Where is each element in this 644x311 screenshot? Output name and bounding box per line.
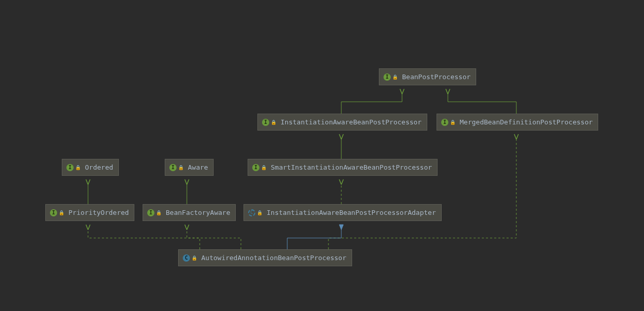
node-label: Ordered (85, 163, 113, 171)
node-ordered[interactable]: I🔒 Ordered (62, 159, 119, 176)
interface-icon: I🔒 (384, 74, 398, 81)
diagram-canvas: I🔒 BeanPostProcessor I🔒 InstantiationAwa… (0, 0, 644, 311)
node-smart-instantiation-aware-bpp[interactable]: I🔒 SmartInstantiationAwareBeanPostProces… (248, 159, 438, 176)
node-label: InstantiationAwareBeanPostProcessor (281, 118, 422, 126)
interface-icon: I🔒 (262, 119, 276, 126)
node-label: InstantiationAwareBeanPostProcessorAdapt… (267, 209, 436, 216)
node-label: BeanFactoryAware (166, 209, 230, 216)
node-priority-ordered[interactable]: I🔒 PriorityOrdered (45, 204, 134, 221)
interface-icon: I🔒 (441, 119, 456, 126)
class-icon: C🔒 (183, 254, 197, 262)
node-instantiation-aware-bpp-adapter[interactable]: C🔒 InstantiationAwareBeanPostProcessorAd… (243, 204, 442, 221)
node-bean-factory-aware[interactable]: I🔒 BeanFactoryAware (143, 204, 236, 221)
node-instantiation-aware-bpp[interactable]: I🔒 InstantiationAwareBeanPostProcessor (257, 114, 427, 131)
abstract-class-icon: C🔒 (248, 209, 263, 216)
node-autowired-annotation-bpp[interactable]: C🔒 AutowiredAnnotationBeanPostProcessor (178, 249, 352, 266)
node-label: SmartInstantiationAwareBeanPostProcessor (271, 163, 432, 171)
interface-icon: I🔒 (147, 209, 162, 216)
node-label: BeanPostProcessor (402, 73, 471, 81)
node-aware[interactable]: I🔒 Aware (165, 159, 214, 176)
node-merged-bean-definition-pp[interactable]: I🔒 MergedBeanDefinitionPostProcessor (437, 114, 598, 131)
interface-icon: I🔒 (169, 164, 184, 171)
node-label: MergedBeanDefinitionPostProcessor (460, 118, 593, 126)
interface-icon: I🔒 (252, 164, 267, 171)
interface-icon: I🔒 (66, 164, 81, 171)
interface-icon: I🔒 (50, 209, 64, 216)
node-label: AutowiredAnnotationBeanPostProcessor (201, 254, 346, 262)
node-label: Aware (188, 163, 208, 171)
node-label: PriorityOrdered (68, 209, 129, 216)
node-bean-post-processor[interactable]: I🔒 BeanPostProcessor (379, 68, 476, 85)
